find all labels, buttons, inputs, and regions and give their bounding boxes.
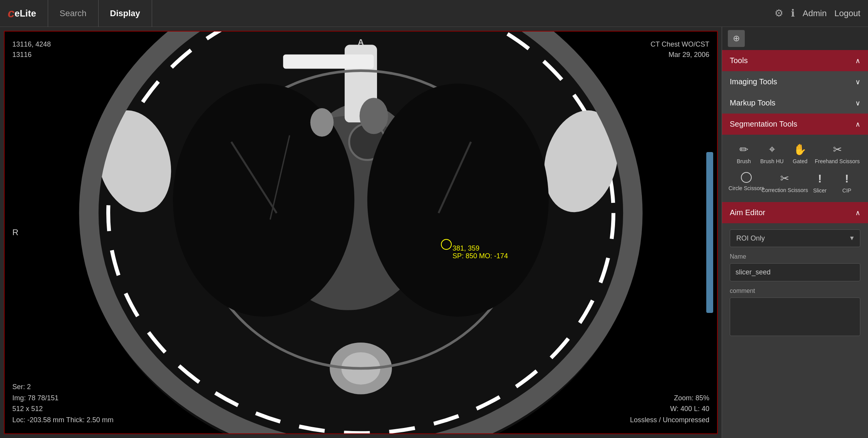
segmentation-tools-chevron-icon: ∧ — [855, 120, 860, 129]
markup-tools-header[interactable]: Markup Tools ∨ — [722, 92, 868, 114]
name-input[interactable] — [730, 263, 860, 281]
gated-icon: ✋ — [793, 143, 807, 156]
brush-hu-tool[interactable]: ⌖ Brush HU — [759, 143, 786, 164]
aim-editor-chevron-icon: ∧ — [855, 209, 860, 217]
correction-scissors-label: Correction Scissors — [761, 187, 808, 193]
brush-hu-label: Brush HU — [760, 158, 784, 164]
header-right: ⚙ ℹ Admin Logout — [774, 7, 860, 19]
correction-scissors-tool[interactable]: ✂ Correction Scissors — [763, 172, 806, 193]
settings-icon[interactable]: ⚙ — [774, 7, 783, 19]
app-logo: c eLite — [8, 6, 36, 20]
roi-only-dropdown[interactable]: ROI Only All Selected — [730, 229, 860, 247]
brush-label: Brush — [737, 158, 751, 164]
cip-icon: ! — [845, 172, 849, 185]
photo-button[interactable]: ⊕ — [728, 30, 745, 47]
aim-editor-content: ROI Only All Selected ▼ Name comment — [722, 223, 868, 344]
app-header: c eLite Search Display ⚙ ℹ Admin Logout — [0, 0, 868, 27]
admin-link[interactable]: Admin — [803, 8, 826, 18]
brush-tool[interactable]: ✏ Brush — [731, 143, 757, 164]
tools-chevron-icon: ∧ — [855, 57, 860, 65]
circle-scissors-tool[interactable]: Circle Scissors — [730, 172, 763, 191]
segmentation-tools-label: Segmentation Tools — [730, 120, 797, 129]
svg-point-25 — [310, 108, 334, 137]
logout-link[interactable]: Logout — [834, 8, 860, 18]
slicer-label: Slicer — [813, 187, 826, 194]
tools-row-1: ✏ Brush ⌖ Brush HU ✋ Gated ✂ Freehand Sc… — [722, 139, 868, 168]
imaging-tools-header[interactable]: Imaging Tools ∨ — [722, 71, 868, 92]
freehand-scissors-tool[interactable]: ✂ Freehand Scissors — [815, 143, 860, 164]
comment-label: comment — [730, 288, 860, 294]
circle-scissors-icon — [741, 172, 752, 183]
brush-icon: ✏ — [739, 143, 748, 156]
markup-tools-label: Markup Tools — [730, 99, 776, 107]
gated-label: Gated — [793, 158, 808, 164]
freehand-scissors-label: Freehand Scissors — [815, 158, 860, 164]
slicer-icon: ! — [818, 172, 822, 185]
tools-header-label: Tools — [730, 56, 748, 65]
svg-rect-24 — [283, 55, 374, 69]
brush-hu-icon: ⌖ — [769, 143, 775, 156]
imaging-tools-label: Imaging Tools — [730, 77, 777, 86]
svg-point-20 — [367, 84, 549, 316]
cip-label: CIP — [842, 187, 851, 194]
logo-text: eLite — [15, 8, 36, 19]
circle-scissors-label: Circle Scissors — [729, 185, 764, 191]
markup-tools-chevron-icon: ∨ — [855, 99, 860, 107]
slicer-tool[interactable]: ! Slicer — [806, 172, 833, 194]
tools-accordion-header[interactable]: Tools ∧ — [722, 50, 868, 71]
header-nav: Search Display — [48, 0, 775, 27]
comment-textarea[interactable] — [730, 298, 860, 336]
image-container[interactable]: 13116, 4248 13116 A CT Chest WO/CST Mar … — [4, 31, 718, 434]
tools-row-2: Circle Scissors ✂ Correction Scissors ! … — [722, 168, 868, 197]
nav-search[interactable]: Search — [48, 0, 99, 27]
name-label: Name — [730, 253, 860, 260]
info-icon[interactable]: ℹ — [791, 7, 795, 19]
segmentation-tools-content: ✏ Brush ⌖ Brush HU ✋ Gated ✂ Freehand Sc… — [722, 135, 868, 202]
cip-tool[interactable]: ! CIP — [833, 172, 860, 194]
right-panel: ⊕ Tools ∧ Imaging Tools ∨ Markup Tools ∨… — [722, 27, 868, 438]
segmentation-tools-header[interactable]: Segmentation Tools ∧ — [722, 114, 868, 135]
viewport-area: 13116, 4248 13116 A CT Chest WO/CST Mar … — [0, 27, 722, 438]
roi-only-dropdown-container: ROI Only All Selected ▼ — [730, 229, 860, 247]
aim-editor-header[interactable]: Aim Editor ∧ — [722, 202, 868, 223]
freehand-scissors-icon: ✂ — [833, 143, 842, 156]
photo-icon: ⊕ — [733, 33, 740, 43]
gated-tool[interactable]: ✋ Gated — [787, 143, 814, 164]
logo-c: c — [8, 6, 15, 20]
main-container: 13116, 4248 13116 A CT Chest WO/CST Mar … — [0, 27, 868, 438]
svg-point-26 — [360, 98, 388, 134]
panel-top-bar: ⊕ — [722, 27, 868, 50]
nav-display[interactable]: Display — [99, 0, 152, 27]
aim-editor-label: Aim Editor — [730, 208, 765, 217]
correction-scissors-icon: ✂ — [780, 172, 789, 185]
imaging-tools-chevron-icon: ∨ — [855, 78, 860, 86]
